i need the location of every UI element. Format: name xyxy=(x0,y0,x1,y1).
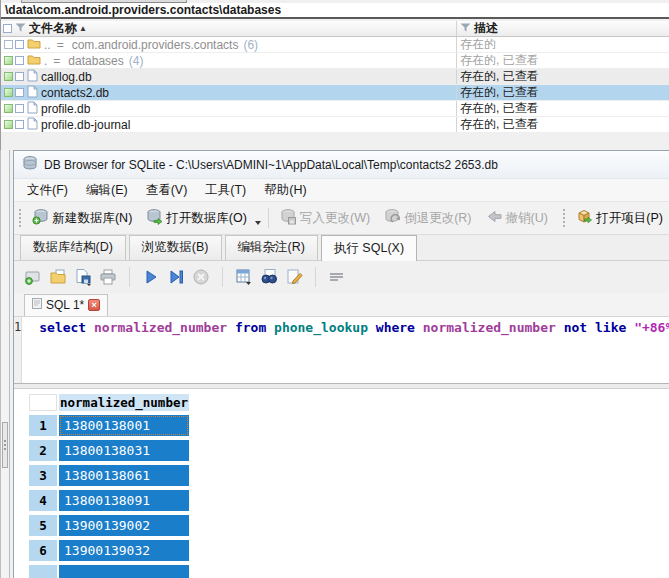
menu-tools[interactable]: 工具(T) xyxy=(196,179,255,201)
toolbar-grip[interactable] xyxy=(19,209,21,227)
menu-view[interactable]: 查看(V) xyxy=(137,179,197,201)
row-number[interactable]: 4 xyxy=(29,490,57,511)
word-wrap-icon[interactable] xyxy=(328,268,346,286)
file-name: calllog.db xyxy=(41,70,92,84)
print-icon[interactable] xyxy=(99,268,117,286)
row-checkbox[interactable] xyxy=(15,72,24,81)
sql-editor-tab[interactable]: SQL 1* × xyxy=(24,294,108,316)
save-sql-file-icon[interactable] xyxy=(74,268,92,286)
undo-icon xyxy=(486,208,503,228)
folder-icon xyxy=(27,54,41,68)
new-sql-tab-icon[interactable] xyxy=(24,268,42,286)
sql-tabstrip: SQL 1* × xyxy=(14,293,669,317)
sql-editor[interactable]: 1 select normalized_number from phone_lo… xyxy=(14,317,669,383)
row-checkbox[interactable] xyxy=(15,40,24,49)
open-sql-file-icon[interactable] xyxy=(49,268,67,286)
menu-bar: 文件(F) 编辑(E) 查看(V) 工具(T) 帮助(H) xyxy=(14,179,669,201)
main-toolbar: 新建数据库(N) 打开数据库(O) 写入更改(W) 倒退更 xyxy=(14,201,669,235)
result-row: 6 13900139032 xyxy=(29,540,669,561)
file-icon xyxy=(27,85,38,100)
filter-icon[interactable] xyxy=(460,22,471,36)
execute-sql-icon[interactable] xyxy=(142,268,160,286)
row-number[interactable] xyxy=(29,565,57,578)
filter-icon[interactable] xyxy=(15,22,26,36)
menu-edit[interactable]: 编辑(E) xyxy=(77,179,137,201)
open-database-icon xyxy=(146,208,163,228)
row-desc: 存在的, 已查看 xyxy=(456,117,669,132)
write-changes-button[interactable]: 写入更改(W) xyxy=(273,205,377,231)
equals-sign: = xyxy=(57,38,64,52)
row-checkbox[interactable] xyxy=(15,56,24,65)
new-database-button[interactable]: 新建数据库(N) xyxy=(25,205,139,231)
sql-code-line[interactable]: select normalized_number from phone_look… xyxy=(22,317,669,383)
scrollbar-thumb[interactable] xyxy=(2,422,8,468)
desc-column-label: 描述 xyxy=(474,21,498,36)
row-number[interactable]: 1 xyxy=(29,415,57,436)
table-row-selected[interactable]: contacts2.db 存在的, 已查看 xyxy=(1,85,669,101)
toolbar-grip[interactable] xyxy=(563,209,565,227)
dir-count: (6) xyxy=(243,38,258,52)
line-number-gutter: 1 xyxy=(14,317,22,383)
result-cell[interactable]: 13800138061 xyxy=(59,465,189,486)
execute-current-line-icon[interactable] xyxy=(167,268,185,286)
row-checkbox[interactable] xyxy=(15,88,24,97)
menu-help[interactable]: 帮助(H) xyxy=(255,179,315,201)
result-row: 2 13800138031 xyxy=(29,440,669,461)
table-row[interactable]: profile.db-journal 存在的, 已查看 xyxy=(1,117,669,133)
open-database-label: 打开数据库(O) xyxy=(166,210,247,227)
sql-token: from xyxy=(227,320,274,335)
result-cell[interactable]: 13800138091 xyxy=(59,490,189,511)
result-cell[interactable]: 13800138031 xyxy=(59,440,189,461)
db-browser-window: DB Browser for SQLite - C:\Users\ADMINI~… xyxy=(13,150,669,578)
tab-edit-pragmas[interactable]: 编辑杂注(R) xyxy=(225,235,318,260)
row-number[interactable]: 2 xyxy=(29,440,57,461)
main-tabbar: 数据库结构(D) 浏览数据(B) 编辑杂注(R) 执行 SQL(X) xyxy=(14,235,669,261)
result-cell[interactable]: 13800138001 xyxy=(59,415,189,436)
menu-file[interactable]: 文件(F) xyxy=(18,179,77,201)
status-box-viewed xyxy=(4,56,13,65)
grid-corner-cell[interactable] xyxy=(29,394,57,411)
table-row[interactable]: . = databases (4) 存在的, 已查看 xyxy=(1,53,669,69)
select-all-checkbox[interactable] xyxy=(3,24,12,33)
find-icon[interactable] xyxy=(260,268,278,286)
table-row[interactable]: calllog.db 存在的, 已查看 xyxy=(1,69,669,85)
revert-changes-button[interactable]: 倒退更改(R) xyxy=(377,205,478,231)
table-row[interactable]: .. = com.android.providers.contacts (6) … xyxy=(1,37,669,53)
file-icon xyxy=(27,69,38,84)
open-database-button[interactable]: 打开数据库(O) xyxy=(139,205,254,231)
window-titlebar[interactable]: DB Browser for SQLite - C:\Users\ADMINI~… xyxy=(14,151,669,179)
status-box-viewed xyxy=(4,72,13,81)
line-number: 1 xyxy=(14,320,21,334)
tab-browse-data[interactable]: 浏览数据(B) xyxy=(129,235,222,260)
sql-token: phone_lookup xyxy=(274,320,368,335)
results-column-header[interactable]: normalized_number xyxy=(59,394,189,411)
left-scrollbar[interactable] xyxy=(0,150,10,578)
sort-asc-icon: ▲ xyxy=(79,24,87,33)
desc-column-header[interactable]: 描述 xyxy=(456,21,669,36)
row-checkbox[interactable] xyxy=(15,120,24,129)
open-project-button[interactable]: 打开项目(P) xyxy=(569,205,669,231)
stop-icon[interactable] xyxy=(192,268,210,286)
tab-database-structure[interactable]: 数据库结构(D) xyxy=(20,235,126,260)
file-table-header: 文件名称 ▲ 描述 xyxy=(1,21,669,37)
result-cell[interactable]: 13900139002 xyxy=(59,515,189,536)
result-cell[interactable]: 13900139032 xyxy=(59,540,189,561)
sql-token: "+86%" xyxy=(634,320,669,335)
row-number[interactable]: 3 xyxy=(29,465,57,486)
equals-sign: = xyxy=(53,54,60,68)
result-cell[interactable] xyxy=(59,565,189,578)
name-column-header[interactable]: 文件名称 ▲ xyxy=(1,21,456,36)
result-row: 4 13800138091 xyxy=(29,490,669,511)
row-checkbox[interactable] xyxy=(15,104,24,113)
row-number[interactable]: 6 xyxy=(29,540,57,561)
undo-button[interactable]: 撤销(U) xyxy=(479,205,555,231)
close-tab-icon[interactable]: × xyxy=(88,299,100,311)
open-database-dropdown-icon[interactable] xyxy=(255,221,261,225)
edit-sql-icon[interactable] xyxy=(285,268,303,286)
sql-tab-label: SQL 1* xyxy=(46,298,84,312)
tab-execute-sql[interactable]: 执行 SQL(X) xyxy=(321,235,417,261)
table-row[interactable]: profile.db 存在的, 已查看 xyxy=(1,101,669,117)
row-desc: 存在的, 已查看 xyxy=(456,85,669,100)
save-results-icon[interactable] xyxy=(235,268,253,286)
row-number[interactable]: 5 xyxy=(29,515,57,536)
